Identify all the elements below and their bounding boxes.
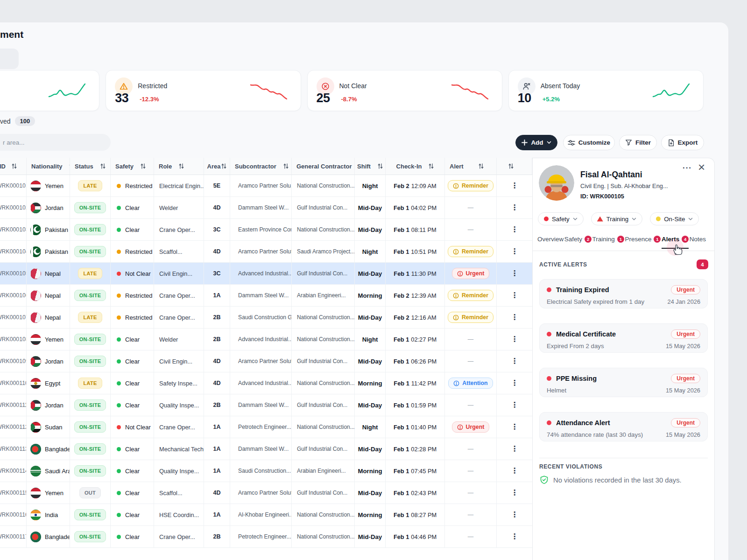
checkin-date: Feb 1 bbox=[394, 270, 409, 277]
panel-tab[interactable]: Presence 1 bbox=[625, 236, 661, 249]
tag-marker-icon bbox=[597, 217, 603, 222]
row-menu-button[interactable]: ⋮ bbox=[511, 357, 518, 365]
search-input[interactable] bbox=[0, 134, 111, 151]
sort-icon[interactable] bbox=[12, 163, 17, 169]
tag-pill[interactable]: On-Site bbox=[650, 212, 699, 225]
panel-tab[interactable]: Safety 2 bbox=[564, 236, 592, 249]
tag-marker-icon bbox=[656, 217, 661, 221]
table-row[interactable]: WRK000110 Egypt LATE Clear Safety Inspe.… bbox=[0, 372, 532, 394]
table-row[interactable]: WRK000117 Bangladesh ON-SITE Clear Crane… bbox=[0, 526, 532, 548]
stat-card-delta: -8.7% bbox=[341, 96, 357, 103]
sort-icon[interactable] bbox=[283, 163, 289, 169]
table-row[interactable]: WRK000103 Pakistan ON-SITE Clear Crane O… bbox=[0, 219, 532, 241]
table-row[interactable]: WRK000102 Jordan ON-SITE Clear Welder 4D… bbox=[0, 197, 532, 219]
sort-icon[interactable] bbox=[100, 163, 106, 169]
worker-name: Fisal Al-Qahtani bbox=[580, 170, 642, 180]
row-menu-button[interactable]: ⋮ bbox=[511, 467, 518, 475]
table-row[interactable]: WRK000116 India ON-SITE Clear HSE Coordi… bbox=[0, 504, 532, 526]
column-header[interactable]: Check-In bbox=[386, 158, 445, 175]
panel-tab[interactable]: Notes bbox=[690, 236, 706, 249]
row-menu-button[interactable]: ⋮ bbox=[511, 292, 518, 299]
row-menu-button[interactable]: ⋮ bbox=[511, 423, 518, 431]
sort-icon[interactable] bbox=[429, 163, 434, 169]
sort-icon[interactable] bbox=[141, 163, 146, 169]
alert-card[interactable]: Medical Certificate Urgent Expired From … bbox=[539, 323, 708, 353]
table-row[interactable]: WRK000109 Jordan ON-SITE Clear Civil Eng… bbox=[0, 350, 532, 372]
alert-description: 74% attendance rate (last 30 days) bbox=[547, 431, 666, 438]
table-row[interactable]: WRK000111 Jordan ON-SITE Clear Quality I… bbox=[0, 394, 532, 416]
stat-card: Absent Today 10 +5.2% bbox=[508, 70, 704, 111]
table-row[interactable]: WRK000106 Nepal ON-SITE Restricted Crane… bbox=[0, 285, 532, 307]
table-row[interactable]: WRK000112 Sudan ON-SITE Not Clear Crane … bbox=[0, 416, 532, 438]
column-header[interactable]: Shift bbox=[355, 158, 386, 175]
table-row[interactable]: WRK000104 Pakistan ON-SITE Restricted Sc… bbox=[0, 241, 532, 263]
add-button[interactable]: Add bbox=[515, 135, 557, 150]
row-menu-button[interactable]: ⋮ bbox=[511, 401, 518, 409]
checkin-date: Feb 1 bbox=[394, 358, 409, 365]
table-row[interactable]: WRK000101 Yemen LATE Restricted Electric… bbox=[0, 175, 532, 197]
sort-icon[interactable] bbox=[179, 163, 184, 169]
table-row[interactable]: WRK000115 Yemen OUT Clear Scaffol... 4D … bbox=[0, 482, 532, 504]
status-badge: ON-SITE bbox=[74, 531, 106, 542]
column-header[interactable]: General Contractor bbox=[292, 158, 355, 175]
column-header[interactable]: ID bbox=[0, 158, 27, 175]
row-menu-button[interactable]: ⋮ bbox=[511, 445, 518, 453]
results-summary[interactable]: ved 100 bbox=[0, 116, 35, 126]
shift-label: Morning bbox=[358, 511, 382, 518]
row-menu-button[interactable]: ⋮ bbox=[511, 533, 518, 540]
filter-button[interactable]: Filter bbox=[619, 135, 657, 150]
tag-pill[interactable]: Safety bbox=[538, 212, 584, 225]
table-row[interactable]: WRK000114 Saudi Arabia ON-SITE Clear Qua… bbox=[0, 460, 532, 482]
column-header[interactable]: Status bbox=[70, 158, 111, 175]
column-header[interactable]: Alert bbox=[445, 158, 497, 175]
sort-icon[interactable] bbox=[508, 163, 514, 169]
row-menu-button[interactable]: ⋮ bbox=[511, 489, 518, 497]
column-header[interactable]: Area bbox=[204, 158, 230, 175]
row-menu-button[interactable]: ⋮ bbox=[511, 248, 518, 255]
column-header[interactable]: Nationality bbox=[27, 158, 70, 175]
table-row[interactable]: WRK000105 Nepal LATE Not Clear Civil Eng… bbox=[0, 263, 532, 285]
row-menu-button[interactable]: ⋮ bbox=[511, 182, 518, 189]
sort-icon[interactable] bbox=[378, 163, 383, 169]
nationality-label: Jordan bbox=[45, 358, 63, 365]
row-menu-button[interactable]: ⋮ bbox=[511, 336, 518, 343]
alert-card[interactable]: Attendance Alert Urgent 74% attendance r… bbox=[539, 412, 708, 441]
alert-title: Medical Certificate bbox=[556, 330, 666, 338]
customize-button[interactable]: Customize bbox=[563, 135, 615, 150]
row-menu-button[interactable]: ⋮ bbox=[511, 204, 518, 211]
row-menu-button[interactable]: ⋮ bbox=[511, 511, 518, 518]
worker-id: WRK000108 bbox=[0, 336, 27, 343]
export-button[interactable]: Export bbox=[661, 135, 704, 150]
area-label: 4D bbox=[213, 380, 220, 386]
tab-count-badge: 4 bbox=[682, 236, 689, 243]
checkin-date: Feb 1 bbox=[394, 336, 409, 343]
alert-circle-icon bbox=[457, 271, 463, 277]
panel-tab[interactable]: Training 1 bbox=[592, 236, 624, 249]
row-menu-button[interactable]: ⋮ bbox=[511, 314, 518, 321]
more-options-icon[interactable]: ··· bbox=[683, 163, 692, 173]
area-label: 2B bbox=[213, 402, 220, 408]
table-row[interactable]: WRK000108 Yemen ON-SITE Clear Welder 2B … bbox=[0, 329, 532, 350]
table-row[interactable]: WRK000113 Bangladesh ON-SITE Clear Mecha… bbox=[0, 438, 532, 460]
column-header[interactable]: Subcontractor bbox=[230, 158, 292, 175]
row-menu-button[interactable]: ⋮ bbox=[511, 226, 518, 233]
panel-tab[interactable]: Overview bbox=[537, 236, 564, 249]
tag-pill[interactable]: Training bbox=[591, 212, 643, 225]
row-menu-button[interactable]: ⋮ bbox=[511, 379, 518, 387]
safety-dot-icon bbox=[117, 491, 121, 495]
checkin-time: 08:11 PM bbox=[411, 226, 437, 233]
row-menu-button[interactable]: ⋮ bbox=[511, 270, 518, 277]
alert-date: 24 Jan 2026 bbox=[668, 298, 700, 305]
sort-icon[interactable] bbox=[221, 163, 226, 169]
column-header[interactable] bbox=[497, 158, 532, 175]
alert-card[interactable]: Training Expired Urgent Electrical Safet… bbox=[539, 279, 708, 308]
sort-icon[interactable] bbox=[479, 163, 484, 169]
alert-card[interactable]: PPE Missing Urgent Helmet 15 May 2026 bbox=[539, 368, 708, 397]
column-header[interactable]: Safety bbox=[111, 158, 154, 175]
close-icon[interactable]: × bbox=[698, 161, 705, 173]
shift-label: Night bbox=[362, 424, 378, 431]
table-row[interactable]: WRK000107 Nepal LATE Restricted Crane Op… bbox=[0, 307, 532, 329]
column-header[interactable]: Role bbox=[154, 158, 204, 175]
tab-fragment[interactable] bbox=[0, 49, 19, 69]
checkin-time: 10:51 PM bbox=[411, 248, 437, 255]
